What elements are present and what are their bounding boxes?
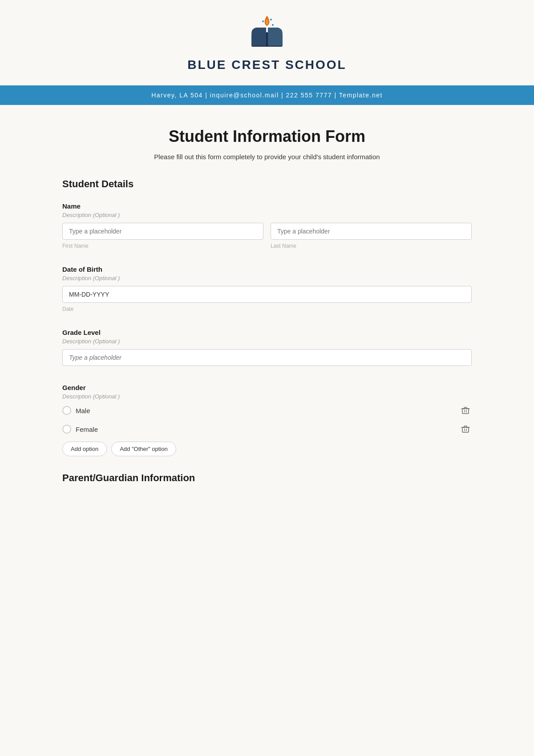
- gender-male-radio[interactable]: [62, 406, 71, 415]
- name-sub-labels: First Name Last Name: [62, 241, 472, 249]
- form-title: Student Information Form: [62, 127, 472, 146]
- school-logo: [247, 13, 287, 53]
- gender-option-male-left: Male: [62, 406, 90, 415]
- gender-female-label: Female: [76, 426, 98, 433]
- first-name-input[interactable]: [62, 223, 263, 240]
- dob-sub-label: Date: [62, 306, 73, 312]
- name-input-row: [62, 223, 472, 240]
- last-name-sub-label: Last Name: [271, 243, 296, 249]
- dob-input[interactable]: [62, 286, 472, 303]
- grade-description: Description (Optional ): [62, 338, 472, 345]
- name-description: Description (Optional ): [62, 212, 472, 218]
- svg-rect-8: [462, 427, 469, 432]
- grade-input[interactable]: [62, 349, 472, 366]
- dob-field-group: Date of Birth Description (Optional ) Da…: [62, 265, 472, 313]
- main-content: Student Information Form Please fill out…: [0, 105, 534, 519]
- gender-female-radio[interactable]: [62, 425, 71, 434]
- name-field-group: Name Description (Optional ) First Name …: [62, 202, 472, 249]
- gender-female-delete-icon[interactable]: [459, 423, 472, 435]
- svg-point-4: [262, 20, 264, 22]
- school-name: BLUE CREST SCHOOL: [187, 58, 346, 72]
- gender-male-label: Male: [76, 407, 90, 414]
- dob-label: Date of Birth: [62, 265, 472, 273]
- add-option-row: Add option Add "Other" option: [62, 442, 472, 456]
- grade-label: Grade Level: [62, 329, 472, 336]
- gender-male-delete-icon[interactable]: [459, 404, 472, 417]
- info-bar: Harvey, LA 504 | inquire@school.mail | 2…: [0, 85, 534, 105]
- add-option-button[interactable]: Add option: [62, 442, 107, 456]
- svg-rect-7: [462, 409, 469, 414]
- header: BLUE CREST SCHOOL: [0, 0, 534, 85]
- gender-description: Description (Optional ): [62, 393, 472, 400]
- section-parent-title: Parent/Guardian Information: [62, 472, 472, 486]
- logo-container: BLUE CREST SCHOOL: [187, 13, 346, 72]
- form-subtitle: Please fill out this form completely to …: [62, 153, 472, 161]
- first-name-sub-label: First Name: [62, 243, 89, 249]
- svg-point-6: [272, 24, 274, 26]
- last-name-input[interactable]: [271, 223, 472, 240]
- gender-label: Gender: [62, 384, 472, 391]
- svg-point-5: [270, 19, 272, 20]
- svg-rect-1: [251, 33, 266, 46]
- name-label: Name: [62, 202, 472, 210]
- add-other-option-button[interactable]: Add "Other" option: [111, 442, 176, 456]
- gender-option-female-row: Female: [62, 423, 472, 435]
- svg-rect-3: [266, 32, 268, 46]
- info-bar-text: Harvey, LA 504 | inquire@school.mail | 2…: [151, 92, 383, 99]
- page-container: BLUE CREST SCHOOL Harvey, LA 504 | inqui…: [0, 0, 534, 519]
- dob-description: Description (Optional ): [62, 275, 472, 281]
- gender-field-group: Gender Description (Optional ) Male: [62, 384, 472, 456]
- grade-field-group: Grade Level Description (Optional ): [62, 329, 472, 368]
- gender-option-female-left: Female: [62, 425, 98, 434]
- svg-rect-2: [268, 33, 283, 46]
- gender-option-male-row: Male: [62, 404, 472, 417]
- section-student-title: Student Details: [62, 178, 472, 192]
